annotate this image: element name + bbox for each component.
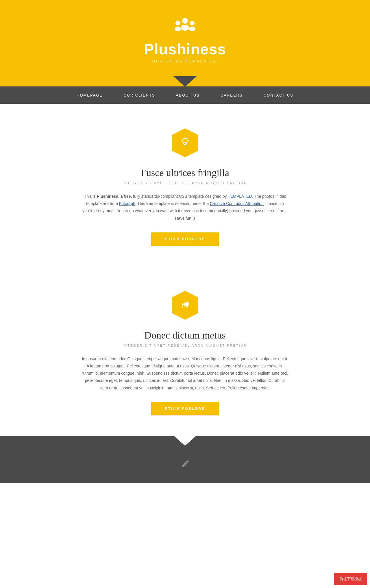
navbar: HOMEPAGE OUR CLIENTS ABOUT US CAREERS CO… [0, 86, 370, 104]
section2-cta-button[interactable]: ETIAM POSUERE [151, 402, 219, 415]
svg-point-0 [182, 18, 188, 24]
lightbulb-icon [180, 136, 190, 149]
header: Plushiness DESIGN BY TEMPLATED [0, 0, 370, 86]
creative-commons-link[interactable]: Creative Commons Attribution [210, 201, 264, 206]
main-content: Fusce ultrices fringilla INTEGER SIT AME… [0, 104, 370, 436]
svg-rect-14 [182, 304, 184, 305]
section2-subtitle: INTEGER SIT AMET PEDE VEL ARCU ALIQUET P… [123, 344, 247, 347]
section-2: Donec dictum metus INTEGER SIT AMET PEDE… [75, 266, 295, 436]
nav-our-clients[interactable]: OUR CLIENTS [113, 86, 165, 104]
nav-homepage[interactable]: HOMEPAGE [66, 86, 113, 104]
section1-cta-button[interactable]: ETIAM POSUERE [151, 232, 219, 246]
footer-chevron [173, 435, 197, 446]
section-1: Fusce ultrices fringilla INTEGER SIT AME… [75, 104, 295, 266]
nav-contact-us[interactable]: CONTACT US [253, 86, 304, 104]
section2-hexagon [169, 289, 201, 321]
nav-about-us[interactable]: ABOUT US [166, 86, 210, 104]
site-subtitle: DESIGN BY TEMPLATED [152, 59, 218, 63]
megaphone-icon [180, 299, 190, 312]
svg-point-2 [175, 21, 180, 25]
section1-subtitle: INTEGER SIT AMET PEDE VEL ARCU ALIQUET P… [123, 181, 247, 185]
svg-point-3 [175, 27, 181, 31]
fotogrph-link[interactable]: Fotogrph [119, 201, 135, 206]
svg-point-5 [189, 27, 195, 31]
section1-text: This is Plushiness, a free, fully standa… [81, 193, 289, 222]
wrench-icon [180, 459, 190, 471]
section2-text: In posuere eleifend odio. Quisque semper… [81, 355, 289, 392]
section1-title: Fusce ultrices fringilla [141, 167, 229, 178]
templated-link[interactable]: TEMPLATED [228, 194, 252, 199]
header-chevron [173, 76, 197, 87]
svg-point-7 [183, 138, 187, 143]
nav-items: HOMEPAGE OUR CLIENTS ABOUT US CAREERS CO… [66, 86, 304, 104]
svg-point-1 [181, 25, 189, 31]
nav-careers[interactable]: CAREERS [210, 86, 253, 104]
site-title: Plushiness [144, 40, 226, 58]
footer [0, 436, 370, 483]
logo-people-icon [172, 17, 198, 38]
section2-title: Donec dictum metus [144, 330, 225, 341]
svg-point-4 [190, 21, 195, 25]
section1-hexagon [169, 127, 201, 159]
